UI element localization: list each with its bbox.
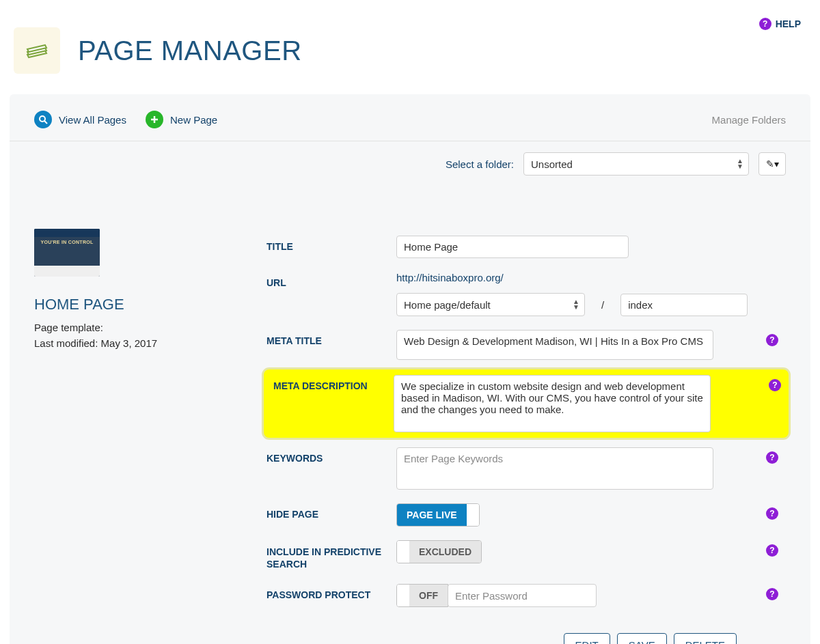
toggle-label: EXCLUDED	[409, 541, 481, 563]
folder-label: Select a folder:	[446, 158, 514, 170]
meta-title-input[interactable]: Web Design & Development Madison, WI | H…	[396, 330, 713, 360]
password-protect-label: PASSWORD PROTECT	[266, 584, 396, 600]
title-input[interactable]	[396, 236, 629, 258]
help-icon: ?	[759, 18, 771, 30]
toolbar: View All Pages New Page Manage Folders	[10, 111, 810, 141]
plus-icon	[146, 111, 163, 128]
help-link[interactable]: ? HELP	[759, 18, 801, 30]
url-slash: /	[601, 299, 604, 311]
predictive-search-toggle[interactable]: EXCLUDED	[396, 540, 482, 563]
page-title: PAGE MANAGER	[78, 36, 302, 66]
new-page-label: New Page	[170, 114, 217, 126]
meta-title-label: META TITLE	[266, 330, 396, 346]
search-icon	[34, 111, 52, 128]
view-all-label: View All Pages	[59, 114, 126, 126]
edit-folder-button[interactable]: ✎▾	[758, 152, 786, 176]
header: PAGE MANAGER	[0, 0, 820, 94]
hide-page-toggle[interactable]: PAGE LIVE	[396, 503, 480, 527]
help-label: HELP	[776, 18, 801, 29]
toggle-knob	[467, 504, 479, 526]
svg-point-0	[40, 116, 45, 122]
meta-desc-label: META DESCRIPTION	[264, 375, 394, 391]
pencil-icon: ✎▾	[766, 158, 779, 169]
url-label: URL	[266, 272, 396, 288]
folder-select[interactable]: Unsorted	[523, 152, 749, 176]
password-input[interactable]	[448, 584, 597, 607]
main-panel: View All Pages New Page Manage Folders S…	[10, 94, 810, 644]
meta-description-highlight: META DESCRIPTION We specialize in custom…	[264, 369, 789, 438]
delete-button[interactable]: DELETE	[674, 633, 737, 644]
toggle-label: PAGE LIVE	[397, 504, 467, 526]
password-toggle[interactable]: OFF	[396, 584, 448, 607]
title-label: TITLE	[266, 236, 396, 252]
modified-label: Last modified: May 3, 2017	[34, 336, 266, 352]
toggle-label: OFF	[409, 585, 448, 606]
toggle-knob	[397, 541, 409, 563]
template-label: Page template:	[34, 320, 266, 336]
help-icon[interactable]: ?	[766, 507, 778, 520]
manage-folders-link[interactable]: Manage Folders	[712, 114, 786, 126]
sidebar: YOU'RE IN CONTROL HOME PAGE Page templat…	[34, 229, 266, 644]
help-icon[interactable]: ?	[766, 451, 778, 464]
hide-page-label: HIDE PAGE	[266, 503, 396, 520]
view-all-pages-link[interactable]: View All Pages	[34, 111, 126, 128]
toggle-knob	[397, 585, 409, 606]
folder-row: Select a folder: Unsorted ▲▼ ✎▾	[10, 141, 810, 176]
help-icon[interactable]: ?	[766, 334, 778, 346]
footer-buttons: EDIT SAVE DELETE	[266, 614, 786, 644]
help-icon[interactable]: ?	[766, 544, 778, 557]
form: TITLE URL http://hitsinaboxpro.org/ Home…	[266, 229, 786, 644]
svg-line-1	[44, 121, 47, 124]
url-path-select[interactable]: Home page/default	[396, 293, 585, 316]
page-thumbnail[interactable]: YOU'RE IN CONTROL	[34, 229, 100, 277]
sidebar-page-name: HOME PAGE	[34, 296, 266, 313]
meta-desc-input[interactable]: We specialize in custom website design a…	[394, 375, 711, 432]
edit-button[interactable]: EDIT	[564, 633, 610, 644]
save-button[interactable]: SAVE	[617, 633, 667, 644]
help-icon[interactable]: ?	[766, 588, 778, 600]
url-base: http://hitsinaboxpro.org/	[396, 272, 504, 283]
url-file-input[interactable]	[620, 294, 748, 316]
keywords-label: KEYWORDS	[266, 447, 396, 464]
pages-icon	[14, 27, 60, 74]
help-icon[interactable]: ?	[769, 379, 781, 391]
new-page-link[interactable]: New Page	[146, 111, 217, 128]
predictive-search-label: INCLUDE IN PREDICTIVE SEARCH	[266, 540, 396, 570]
keywords-input[interactable]	[396, 447, 713, 490]
